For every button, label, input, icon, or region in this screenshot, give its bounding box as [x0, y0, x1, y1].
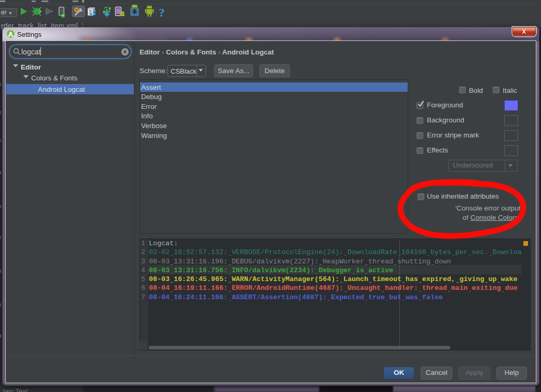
svg-text:?: ? — [159, 6, 165, 19]
